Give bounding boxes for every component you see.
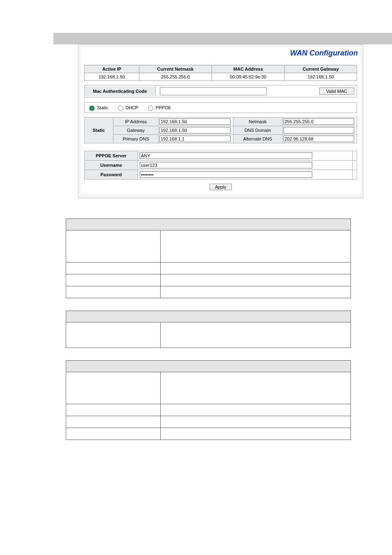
desc3-r1k: [66, 372, 161, 404]
radio-pppoe[interactable]: [148, 106, 153, 111]
mode-selector: Static DHCP PPPOE: [84, 102, 357, 113]
desc1-r1k: [66, 230, 161, 263]
lbl-pdns: Primary DNS: [113, 135, 159, 143]
desc3-header: [66, 361, 351, 372]
mode-dhcp[interactable]: DHCP: [116, 104, 138, 111]
desc3-r2k: [66, 404, 161, 416]
input-dnsdomain[interactable]: [284, 127, 355, 134]
radio-static[interactable]: [89, 106, 95, 111]
desc1-r1v: [161, 230, 351, 263]
desc3-r4k: [66, 428, 161, 440]
desc1-r4k: [66, 286, 161, 298]
mac-auth-label: Mac Authenticating Code: [85, 86, 156, 96]
desc1-r3v: [161, 274, 351, 286]
input-pdns[interactable]: [159, 136, 231, 142]
desc3-r4v: [161, 428, 351, 440]
hdr-gateway: Current Gateway: [285, 65, 357, 73]
hdr-active-ip: Active IP: [85, 65, 139, 73]
desc-table-3: [66, 360, 351, 440]
page-title: WAN Configuration: [81, 47, 360, 62]
desc2-r1v: [161, 322, 351, 348]
radio-static-label: Static: [97, 105, 108, 110]
radio-pppoe-label: PPPOE: [156, 105, 171, 110]
lbl-netmask: Netmask: [233, 117, 282, 126]
desc-table-1: [66, 219, 351, 298]
valid-mac-button[interactable]: Valid MAC: [319, 88, 354, 95]
static-config-table: Static IP Address Netmask Gateway DNS Do…: [84, 117, 357, 143]
lbl-adns: Alternate DNS: [233, 135, 282, 143]
radio-dhcp[interactable]: [118, 106, 123, 111]
desc1-r2v: [161, 263, 351, 274]
input-pppoe-server[interactable]: [140, 152, 312, 159]
desc1-r2k: [66, 263, 161, 274]
desc2-header: [66, 311, 351, 322]
val-gateway: 192.168.1.50: [285, 73, 357, 81]
desc3-r2v: [161, 404, 351, 416]
pppoe-blank-3: [353, 170, 357, 180]
mode-static[interactable]: Static: [87, 104, 108, 111]
lbl-password: Password: [85, 170, 138, 180]
input-gateway[interactable]: [159, 127, 231, 134]
lbl-gateway: Gateway: [113, 126, 159, 135]
apply-button[interactable]: Apply: [210, 184, 232, 190]
input-ip[interactable]: [159, 118, 231, 125]
top-bar: [53, 33, 392, 44]
static-rowhdr: Static: [85, 117, 113, 143]
hdr-mac: MAC Address: [212, 65, 284, 73]
input-adns[interactable]: [284, 136, 355, 142]
val-active-ip: 192.168.1.50: [85, 73, 139, 81]
val-netmask: 255.255.255.0: [139, 73, 212, 81]
lbl-pppoe-server: PPPOE Server: [85, 151, 138, 161]
desc3-r1v: [161, 372, 351, 404]
mode-pppoe[interactable]: PPPOE: [146, 104, 171, 111]
desc1-r3k: [66, 274, 161, 286]
status-table: Active IP Current Netmask MAC Address Cu…: [84, 65, 357, 81]
mac-auth-input[interactable]: [160, 87, 267, 95]
radio-dhcp-label: DHCP: [126, 105, 138, 110]
pppoe-blank-1: [353, 151, 357, 161]
input-netmask[interactable]: [284, 118, 355, 125]
wan-config-panel: WAN Configuration Active IP Current Netm…: [78, 44, 363, 198]
pppoe-blank-2: [353, 161, 357, 170]
desc2-r1k: [66, 322, 161, 348]
lbl-ip: IP Address: [113, 117, 159, 126]
desc3-r3v: [161, 416, 351, 428]
desc3-r3k: [66, 416, 161, 428]
val-mac: 00:09:45:52:9e:30: [212, 73, 284, 81]
mac-auth-row: Mac Authenticating Code Valid MAC: [84, 85, 357, 97]
input-username[interactable]: [140, 162, 312, 168]
desc1-r4v: [161, 286, 351, 298]
input-password[interactable]: [140, 171, 312, 178]
lbl-username: Username: [85, 161, 138, 170]
desc-table-2: [66, 311, 351, 348]
desc1-header: [66, 219, 351, 230]
lbl-dnsdomain: DNS Domain: [233, 126, 282, 135]
pppoe-table: PPPOE Server Username Password: [84, 151, 357, 180]
hdr-netmask: Current Netmask: [139, 65, 212, 73]
